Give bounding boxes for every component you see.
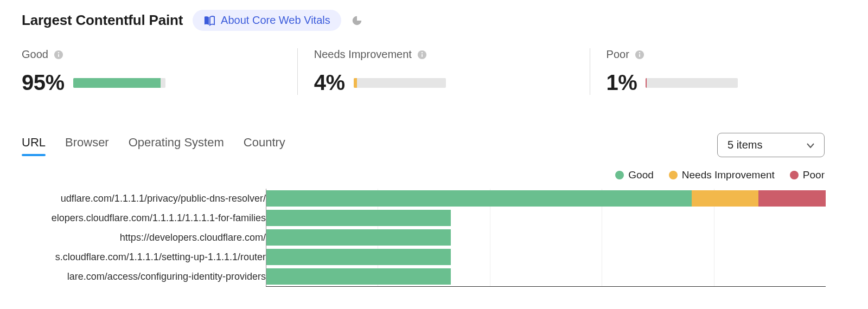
metric-label: Needs Improvement xyxy=(314,48,557,61)
metric-label-text: Poor xyxy=(607,48,629,61)
svg-rect-4 xyxy=(422,54,423,56)
metric-label: Good xyxy=(22,48,265,61)
url-chart-bar-segment xyxy=(266,210,451,226)
url-chart-label: udflare.com/1.1.1.1/privacy/public-dns-r… xyxy=(22,189,266,208)
url-chart-row: https://developers.cloudflare.com/ xyxy=(22,228,826,247)
url-chart-row: lare.com/access/configuring-identity-pro… xyxy=(22,267,826,286)
legend: Good Needs Improvement Poor xyxy=(22,169,868,181)
items-select[interactable]: 5 items xyxy=(717,133,825,157)
url-chart-row: s.cloudflare.com/1.1.1.1/setting-up-1.1.… xyxy=(22,247,826,267)
legend-label: Good xyxy=(628,169,653,181)
metric-value: 95% xyxy=(22,70,65,95)
page-title: Largest Contentful Paint xyxy=(22,12,183,29)
metric-mini-bar-fill xyxy=(73,78,161,88)
metric-label-text: Needs Improvement xyxy=(314,48,412,61)
legend-good: Good xyxy=(615,169,653,181)
tab-operating-system[interactable]: Operating System xyxy=(129,136,224,155)
chart-toggle-icon[interactable] xyxy=(351,15,363,27)
url-chart-bar xyxy=(266,268,451,285)
metric-poor: Poor 1% xyxy=(590,48,868,95)
url-chart: udflare.com/1.1.1.1/privacy/public-dns-r… xyxy=(22,189,868,287)
metric-value-row: 4% xyxy=(314,70,557,95)
metric-mini-bar xyxy=(73,78,165,88)
legend-dot xyxy=(615,171,624,179)
legend-dot xyxy=(669,171,678,179)
metric-value-row: 95% xyxy=(22,70,265,95)
legend-label: Poor xyxy=(803,169,825,181)
url-chart-row: elopers.cloudflare.com/1.1.1.1/1.1.1.1-f… xyxy=(22,208,826,228)
tab-country[interactable]: Country xyxy=(244,136,285,155)
items-select-label: 5 items xyxy=(727,139,762,151)
legend-needs-improvement: Needs Improvement xyxy=(669,169,775,181)
svg-rect-1 xyxy=(58,54,59,56)
url-chart-bar-area xyxy=(266,247,826,267)
url-chart-label: elopers.cloudflare.com/1.1.1.1/1.1.1.1-f… xyxy=(22,208,266,228)
about-core-web-vitals-link[interactable]: About Core Web Vitals xyxy=(193,10,341,31)
url-chart-bar-area xyxy=(266,267,826,286)
metric-mini-bar xyxy=(354,78,446,88)
svg-point-2 xyxy=(58,52,59,53)
metric-mini-bar xyxy=(646,78,738,88)
info-icon[interactable] xyxy=(54,50,63,60)
metric-value-row: 1% xyxy=(607,70,835,95)
url-chart-bar xyxy=(266,249,451,265)
metric-label-text: Good xyxy=(22,48,48,61)
lcp-panel: Largest Contentful Paint About Core Web … xyxy=(0,0,868,309)
url-chart-bar-segment xyxy=(266,190,692,207)
metric-good: Good 95% xyxy=(22,48,297,95)
about-link-label: About Core Web Vitals xyxy=(221,14,330,27)
info-icon[interactable] xyxy=(417,50,427,60)
url-chart-label: s.cloudflare.com/1.1.1.1/setting-up-1.1.… xyxy=(22,247,266,267)
header-row: Largest Contentful Paint About Core Web … xyxy=(22,10,868,31)
metric-value: 1% xyxy=(607,70,637,95)
tabs: URL Browser Operating System Country xyxy=(22,136,285,155)
url-chart-bar xyxy=(266,229,451,246)
metrics-row: Good 95% Needs Improvement 4% xyxy=(22,48,868,95)
svg-point-5 xyxy=(422,52,423,53)
metric-mini-bar-fill xyxy=(354,78,358,88)
tab-url[interactable]: URL xyxy=(22,136,46,155)
url-chart-bar-area xyxy=(266,189,826,208)
url-chart-bar-segment xyxy=(266,249,451,265)
svg-rect-7 xyxy=(639,54,640,56)
metric-mini-bar-fill xyxy=(646,78,647,88)
legend-dot xyxy=(790,171,799,179)
url-chart-bar xyxy=(266,190,826,207)
url-chart-label: https://developers.cloudflare.com/ xyxy=(22,228,266,247)
url-chart-bar-area xyxy=(266,208,826,228)
url-chart-bar-area xyxy=(266,228,826,247)
legend-poor: Poor xyxy=(790,169,825,181)
metric-needs-improvement: Needs Improvement 4% xyxy=(297,48,590,95)
url-chart-bar xyxy=(266,210,451,226)
metric-label: Poor xyxy=(607,48,835,61)
tab-browser[interactable]: Browser xyxy=(65,136,109,155)
url-chart-bar-segment xyxy=(266,229,451,246)
controls-row: URL Browser Operating System Country 5 i… xyxy=(22,133,868,157)
url-chart-bar-segment xyxy=(692,190,759,207)
info-icon[interactable] xyxy=(635,50,644,60)
legend-label: Needs Improvement xyxy=(682,169,775,181)
caret-down-icon xyxy=(807,139,814,151)
metric-value: 4% xyxy=(314,70,345,95)
url-chart-bar-segment xyxy=(758,190,826,207)
svg-point-8 xyxy=(639,52,640,53)
url-chart-bar-segment xyxy=(266,268,451,285)
url-chart-axis xyxy=(266,286,826,287)
url-chart-label: lare.com/access/configuring-identity-pro… xyxy=(22,267,266,286)
url-chart-row: udflare.com/1.1.1.1/privacy/public-dns-r… xyxy=(22,189,826,208)
book-icon xyxy=(203,15,215,26)
